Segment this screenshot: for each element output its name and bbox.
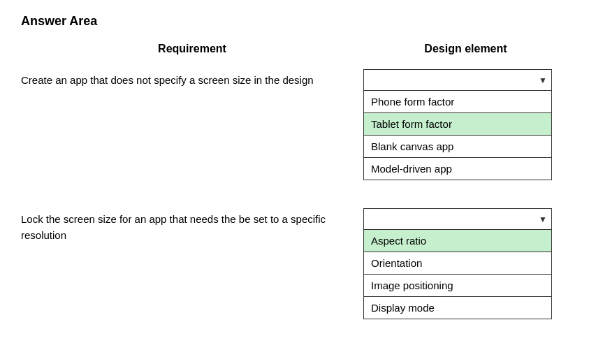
dropdown-header-1[interactable]: ▼ [364, 70, 551, 91]
design-element-1: ▼Phone form factorTablet form factorBlan… [363, 69, 568, 180]
dropdown-item-1-4[interactable]: Model-driven app [364, 158, 551, 180]
dropdown-item-1-1[interactable]: Phone form factor [364, 91, 551, 113]
dropdown-header-2[interactable]: ▼ [364, 209, 551, 230]
dropdown-item-2-1[interactable]: Aspect ratio [364, 230, 551, 252]
dropdown-item-1-3[interactable]: Blank canvas app [364, 136, 551, 158]
requirement-text-1: Create an app that does not specify a sc… [21, 69, 363, 89]
dropdown-arrow-icon-2: ▼ [539, 214, 547, 224]
header-row: Requirement Design element [21, 43, 568, 55]
design-element-2: ▼Aspect ratioOrientationImage positionin… [363, 208, 568, 319]
page-title: Answer Area [21, 14, 568, 29]
dropdown-box-2[interactable]: ▼Aspect ratioOrientationImage positionin… [363, 208, 552, 319]
dropdown-box-1[interactable]: ▼Phone form factorTablet form factorBlan… [363, 69, 552, 180]
qa-row-2: Lock the screen size for an app that nee… [21, 208, 568, 319]
requirement-text-2: Lock the screen size for an app that nee… [21, 208, 363, 243]
dropdown-item-2-3[interactable]: Image positioning [364, 275, 551, 297]
requirement-header: Requirement [21, 43, 363, 55]
design-header: Design element [363, 43, 568, 55]
dropdown-arrow-icon-1: ▼ [539, 75, 547, 85]
dropdown-item-2-4[interactable]: Display mode [364, 297, 551, 319]
dropdown-item-2-2[interactable]: Orientation [364, 252, 551, 275]
dropdown-item-1-2[interactable]: Tablet form factor [364, 113, 551, 136]
qa-row-1: Create an app that does not specify a sc… [21, 69, 568, 180]
